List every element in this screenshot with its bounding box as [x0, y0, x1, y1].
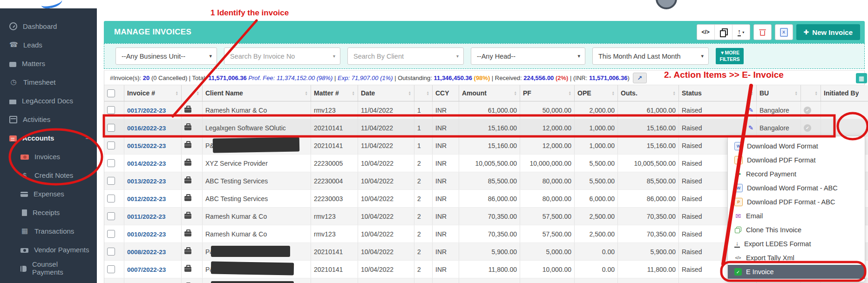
- edit-status-icon[interactable]: ✎: [748, 107, 753, 114]
- menu-item-clone-this-invoice[interactable]: Clone This Invoice: [728, 223, 865, 237]
- sort-icon[interactable]: ▲▼: [305, 91, 308, 96]
- menu-item-download-pdf-format-abc[interactable]: Download PDF Format - ABC: [728, 195, 865, 209]
- period-select[interactable]: This Month And Last Month ▾: [592, 47, 709, 65]
- upload-button[interactable]: ↑ ▾: [732, 25, 750, 40]
- sidebar-item-matters[interactable]: Matters: [0, 54, 97, 73]
- new-invoice-button[interactable]: ✚ New Invoice: [796, 24, 860, 40]
- column-header-ope[interactable]: OPE▲▼: [575, 85, 618, 101]
- column-header-date[interactable]: Date▲▼: [358, 85, 414, 101]
- client-name-cell: XYZ Service Provider: [203, 155, 311, 172]
- menu-item-download-word-format-abc[interactable]: Download Word Format - ABC: [728, 181, 865, 195]
- collapse-icon[interactable]: –: [86, 134, 89, 142]
- external-link-button[interactable]: ↗: [633, 73, 647, 83]
- sort-icon[interactable]: ▲▼: [673, 91, 676, 96]
- menu-item-email[interactable]: ✉Email: [728, 209, 865, 223]
- invoice-number-link[interactable]: 0017/2022-23: [127, 107, 166, 114]
- sort-icon[interactable]: ▲▼: [176, 91, 178, 96]
- invoice-number-link[interactable]: 0011/2022-23: [127, 213, 166, 220]
- sidebar-item-legaccord-docs[interactable]: LegAccord Docs: [0, 91, 97, 110]
- search-client-select[interactable]: Search By Client ▾: [347, 47, 464, 65]
- export-excel-button[interactable]: [775, 24, 793, 40]
- matter-number-cell: rmv123: [311, 225, 358, 243]
- sidebar-item-timesheet[interactable]: ◷Timesheet: [0, 73, 97, 91]
- column-header-initiated-by[interactable]: Initiated By▲▼: [821, 85, 868, 101]
- menu-item-export-ledes-format[interactable]: ↓Export LEDES Format: [728, 237, 865, 251]
- matter-icon-cell: [182, 190, 203, 208]
- sidebar-item-dashboard[interactable]: Dashboard: [0, 17, 97, 35]
- column-header-bu[interactable]: BU▲▼: [757, 85, 801, 101]
- grid-icon: ▦: [859, 75, 864, 82]
- invoice-number-link[interactable]: 0012/2022-23: [127, 195, 166, 202]
- more-filters-button[interactable]: ▼MORE FILTERS: [716, 48, 744, 64]
- row-checkbox[interactable]: [107, 159, 115, 167]
- head-value: --Any Head--: [477, 53, 515, 60]
- row-checkbox[interactable]: [107, 265, 115, 273]
- head-select[interactable]: --Any Head-- ▾: [471, 47, 585, 65]
- grid-view-button[interactable]: ▦: [856, 73, 867, 83]
- sidebar-item-counsel-payments[interactable]: Counsel Payments: [0, 259, 97, 277]
- invoice-number-link[interactable]: 0014/2022-23: [127, 160, 166, 167]
- column-header-select[interactable]: [104, 85, 124, 101]
- column-header-status[interactable]: Status▲▼: [679, 85, 757, 101]
- edit-status-icon[interactable]: ✎: [748, 124, 753, 131]
- row-checkbox[interactable]: [107, 230, 115, 238]
- invoice-number-link[interactable]: 0015/2022-23: [127, 142, 166, 149]
- sidebar-item-leads[interactable]: ☎Leads: [0, 35, 97, 54]
- invoice-number-link[interactable]: 0010/2022-23: [127, 231, 166, 238]
- delete-button[interactable]: [753, 24, 772, 40]
- sidebar-item-accounts[interactable]: Accounts–: [0, 128, 97, 147]
- sidebar-item-expenses[interactable]: Expenses: [0, 184, 97, 203]
- sort-icon[interactable]: ▲▼: [352, 91, 355, 96]
- sort-icon[interactable]: ▲▼: [751, 91, 753, 96]
- row-checkbox[interactable]: [107, 248, 115, 256]
- sidebar-item-receipts[interactable]: Receipts: [0, 203, 97, 222]
- menu-item-download-word-format[interactable]: Download Word Format: [728, 139, 865, 153]
- row-checkbox[interactable]: [107, 142, 115, 149]
- client-name: Ramesh Kumar & Co: [205, 213, 267, 220]
- sidebar-item-vendor-payments[interactable]: Vendor Payments: [0, 240, 97, 259]
- menu-item-export-tally-xml[interactable]: </>Export Tally Xml: [728, 251, 865, 265]
- menu-item-record-payment[interactable]: ✚Record Payment: [728, 167, 865, 181]
- menu-item-download-pdf-format[interactable]: Download PDF Format: [728, 153, 865, 167]
- column-header-outs[interactable]: Outs.▲▼: [618, 85, 679, 101]
- business-unit-value: --Any Business Unit--: [122, 53, 185, 60]
- row-checkbox[interactable]: [107, 177, 115, 185]
- column-header-blank[interactable]: ▲▼: [182, 85, 203, 101]
- row-checkbox[interactable]: [107, 195, 115, 202]
- column-header-pf[interactable]: PF▲▼: [520, 85, 575, 101]
- column-header-ccy[interactable]: CCY: [433, 85, 459, 101]
- sort-icon[interactable]: ▲▼: [795, 91, 798, 96]
- sort-icon[interactable]: ▲▼: [427, 91, 429, 96]
- sort-icon[interactable]: ▲▼: [815, 91, 818, 96]
- menu-item-e-invoice[interactable]: E Invoice: [728, 265, 865, 279]
- export-code-button[interactable]: </>: [697, 25, 714, 40]
- invoice-number-link[interactable]: 0013/2022-23: [127, 178, 166, 185]
- business-unit-select[interactable]: --Any Business Unit-- ▾: [115, 47, 217, 65]
- sidebar-item-credit-notes[interactable]: $Credit Notes: [0, 166, 97, 184]
- sidebar-item-invoices[interactable]: Invoices: [0, 147, 97, 166]
- column-header-invoice[interactable]: Invoice #▲▼: [124, 85, 182, 101]
- status-cell-td: Raised✎: [679, 101, 757, 119]
- sidebar-item-transactions[interactable]: ▦Transactions: [0, 222, 97, 240]
- sort-icon[interactable]: ▲▼: [514, 91, 517, 96]
- sort-icon[interactable]: ▲▼: [569, 91, 571, 96]
- sidebar-item-activities[interactable]: Activities: [0, 110, 97, 128]
- avatar[interactable]: [656, 0, 677, 9]
- column-header-amount[interactable]: Amount▲▼: [459, 85, 520, 101]
- invoice-number-link[interactable]: 0008/2022-23: [127, 249, 166, 256]
- sort-icon[interactable]: ▲▼: [612, 91, 615, 96]
- select-all-checkbox[interactable]: [107, 89, 115, 97]
- column-header-blank[interactable]: ▲▼: [801, 85, 821, 101]
- row-checkbox[interactable]: [107, 212, 115, 220]
- column-header-client-name[interactable]: Client Name▲▼: [203, 85, 311, 101]
- column-header-blank[interactable]: ▲▼: [414, 85, 433, 101]
- row-checkbox[interactable]: [107, 124, 115, 132]
- sort-icon[interactable]: ▲▼: [197, 91, 199, 96]
- column-header-matter[interactable]: Matter #▲▼: [311, 85, 358, 101]
- copy-button[interactable]: [714, 25, 732, 40]
- invoice-number-link[interactable]: 0016/2022-23: [127, 125, 166, 132]
- sort-icon[interactable]: ▲▼: [408, 91, 411, 96]
- row-checkbox[interactable]: [107, 106, 115, 114]
- search-invoice-no-select[interactable]: Search By Invoice No ▾: [224, 47, 340, 65]
- invoice-number-link[interactable]: 0007/2022-23: [127, 266, 166, 273]
